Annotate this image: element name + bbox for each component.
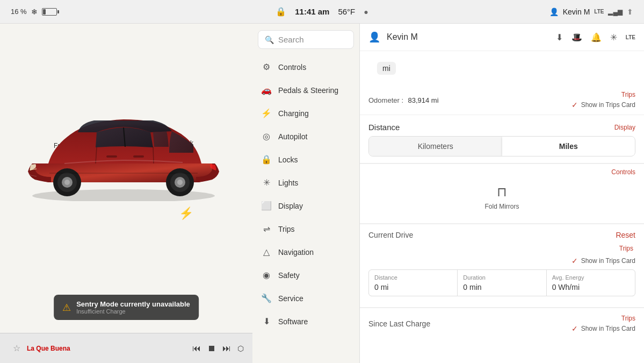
- lights-icon: ✳: [261, 177, 272, 188]
- autopilot-icon: ◎: [261, 131, 272, 141]
- unit-value: mi: [382, 64, 390, 73]
- car-drawing: [16, 94, 236, 203]
- stat-duration: Duration 0 min: [458, 270, 546, 296]
- search-bar[interactable]: 🔍 Search: [258, 30, 354, 49]
- next-button[interactable]: ⏭: [222, 344, 231, 353]
- trips-checkbox[interactable]: ✓ Show in Trips Card: [571, 101, 635, 109]
- show-trips-label-2: Show in Trips Card: [581, 257, 635, 265]
- unit-row: mi: [360, 51, 644, 86]
- display-label: Display: [278, 202, 303, 210]
- sidebar-item-lights[interactable]: ✳ Lights: [252, 171, 359, 194]
- controls-link[interactable]: Controls: [611, 168, 635, 176]
- locks-icon: 🔒: [261, 154, 272, 165]
- sidebar-item-navigation[interactable]: △ Navigation: [252, 240, 359, 264]
- trips-icon: ⇌: [261, 224, 272, 234]
- sidebar-item-autopilot[interactable]: ◎ Autopilot: [252, 125, 359, 148]
- lights-label: Lights: [278, 179, 298, 187]
- software-label: Software: [278, 317, 308, 326]
- unit-selector[interactable]: mi: [377, 62, 396, 75]
- stop-button[interactable]: ⏹: [207, 344, 216, 353]
- safety-label: Safety: [278, 271, 300, 280]
- stat-duration-value: 0 min: [463, 283, 540, 291]
- sidebar-item-charging[interactable]: ⚡ Charging: [252, 102, 359, 125]
- svg-rect-5: [133, 155, 144, 158]
- service-label: Service: [278, 294, 303, 303]
- main-content: Frunk Open 🔓 Trunk Open: [0, 24, 644, 363]
- trips-link-2[interactable]: Trips: [619, 245, 633, 252]
- check-icon: ✓: [571, 101, 578, 109]
- since-charge-label: Since Last Charge: [368, 319, 430, 328]
- controls-section: Controls ⊓ Fold Mirrors: [360, 163, 644, 223]
- media-controls: ⏮ ⏹ ⏭ ⬡: [192, 344, 244, 353]
- service-icon: 🔧: [261, 293, 272, 303]
- fold-mirrors-button[interactable]: ⊓ Fold Mirrors: [360, 176, 644, 219]
- distance-toggle[interactable]: Kilometers Miles: [368, 136, 635, 156]
- fold-mirrors-label: Fold Mirrors: [484, 203, 519, 210]
- profile-actions: ⬇ 🎩 🔔 ✳ LTE: [556, 32, 635, 42]
- search-icon: 🔍: [265, 35, 274, 44]
- media-bar: ☆ La Que Buena ⏮ ⏹ ⏭ ⬡: [0, 333, 252, 363]
- since-charge-header: Since Last Charge Trips ✓ Show in Trips …: [368, 315, 635, 333]
- charge-icon: ⚡: [179, 207, 193, 220]
- display-link[interactable]: Display: [614, 124, 635, 131]
- odometer-label: Odometer :: [368, 96, 403, 104]
- star-icon[interactable]: ☆: [13, 343, 20, 353]
- current-drive-label: Current Drive: [368, 231, 413, 239]
- navigation-icon: △: [261, 247, 272, 257]
- battery-percent: 16 %: [11, 8, 27, 16]
- navigation-label: Navigation: [278, 248, 314, 257]
- locks-label: Locks: [278, 155, 298, 164]
- show-trips-label-3: Show in Trips Card: [581, 325, 635, 332]
- trips-link-3[interactable]: Trips: [621, 315, 635, 322]
- since-charge-trips: Trips ✓ Show in Trips Card: [571, 315, 635, 333]
- sidebar-item-display[interactable]: ⬜ Display: [252, 194, 359, 217]
- trips-link[interactable]: Trips: [621, 91, 635, 98]
- lte-badge: LTE: [594, 9, 604, 15]
- distance-section-header: Distance Display: [360, 115, 644, 136]
- download-icon[interactable]: ⬇: [556, 32, 563, 42]
- sidebar-item-service[interactable]: 🔧 Service: [252, 287, 359, 310]
- settings-detail: 👤 Kevin M ⬇ 🎩 🔔 ✳ LTE mi Odome: [360, 24, 644, 363]
- mirror-icon: ⊓: [497, 184, 507, 200]
- controls-icon: ⚙: [261, 62, 272, 72]
- sidebar-item-software[interactable]: ⬇ Software: [252, 310, 359, 333]
- prev-button[interactable]: ⏮: [192, 344, 201, 353]
- show-trips-checkbox-3[interactable]: ✓ Show in Trips Card: [571, 324, 635, 333]
- car-view: Frunk Open 🔓 Trunk Open: [0, 24, 252, 363]
- temp-icon: ●: [364, 8, 368, 16]
- kilometers-btn[interactable]: Kilometers: [369, 137, 502, 156]
- odometer-left: Odometer : 83,914 mi: [368, 95, 439, 105]
- check-icon-3: ✓: [571, 324, 578, 333]
- bluetooth-icon[interactable]: ✳: [610, 32, 617, 42]
- miles-btn[interactable]: Miles: [502, 137, 635, 156]
- controls-label: Controls: [278, 63, 306, 72]
- sidebar-item-controls[interactable]: ⚙ Controls: [252, 55, 359, 79]
- sentry-banner: ⚠ Sentry Mode currently unavailable Insu…: [54, 295, 199, 320]
- charging-icon: ⚡: [261, 108, 272, 118]
- profile-icon: 👤: [368, 31, 380, 43]
- sidebar-item-safety[interactable]: ◉ Safety: [252, 264, 359, 287]
- cast-button[interactable]: ⬡: [237, 344, 244, 353]
- sidebar-item-locks[interactable]: 🔒 Locks: [252, 148, 359, 171]
- lock-icon-sm: 🔒: [276, 6, 286, 17]
- svg-point-13: [177, 180, 183, 185]
- svg-rect-4: [106, 155, 117, 158]
- drive-header: Current Drive Reset: [368, 231, 635, 239]
- profile-header: 👤 Kevin M ⬇ 🎩 🔔 ✳ LTE: [360, 24, 644, 51]
- stat-distance-value: 0 mi: [374, 283, 452, 291]
- trips-section: Trips ✓ Show in Trips Card: [571, 91, 635, 109]
- sentry-warning-icon: ⚠: [62, 302, 71, 314]
- safety-icon: ◉: [261, 270, 272, 280]
- show-trips-row-2: ✓ Show in Trips Card: [368, 257, 635, 265]
- stat-distance-label: Distance: [374, 274, 452, 281]
- stat-distance: Distance 0 mi: [369, 270, 457, 296]
- temp-display: 56°F: [338, 7, 355, 16]
- stat-energy-label: Avg. Energy: [552, 274, 629, 281]
- reset-link[interactable]: Reset: [616, 231, 635, 239]
- show-trips-checkbox-2[interactable]: ✓ Show in Trips Card: [571, 257, 635, 265]
- pedals-label: Pedals & Steering: [278, 86, 338, 95]
- sidebar-item-pedals[interactable]: 🚗 Pedals & Steering: [252, 79, 359, 102]
- bell-icon[interactable]: 🔔: [591, 32, 602, 42]
- hat-icon[interactable]: 🎩: [571, 32, 582, 42]
- sidebar-item-trips[interactable]: ⇌ Trips: [252, 217, 359, 240]
